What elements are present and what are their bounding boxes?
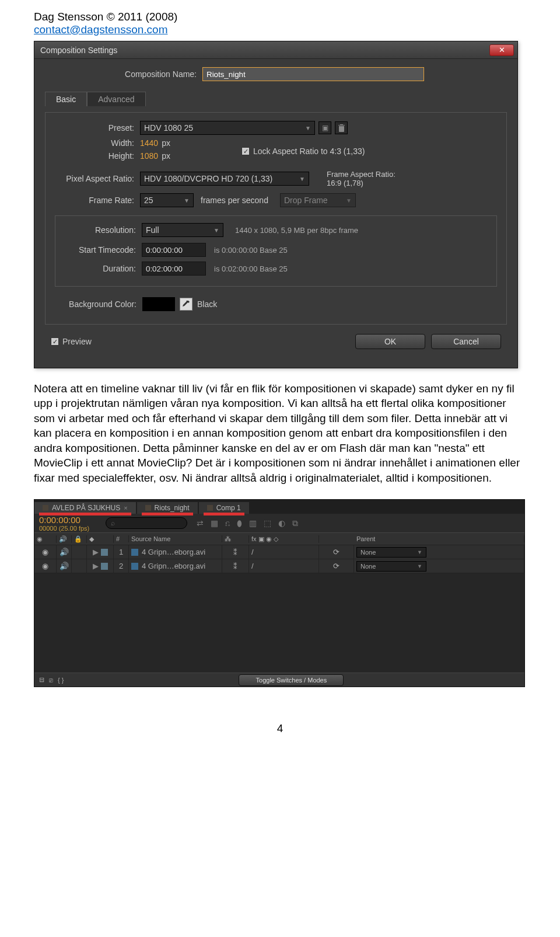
tl-icon[interactable]: ⧉	[292, 518, 298, 528]
tl-icon[interactable]: ⬚	[264, 518, 271, 528]
switch-cell[interactable]: ⁑	[222, 545, 249, 559]
parent-dropdown[interactable]: None▼	[356, 547, 426, 558]
col-switches: ⁂	[222, 535, 249, 543]
cancel-button[interactable]: Cancel	[431, 334, 501, 349]
comp-icon	[207, 505, 213, 511]
timeline-tab-label: AVLED PÅ SJUKHUS	[52, 504, 120, 512]
par-dropdown[interactable]: HDV 1080/DVCPRO HD 720 (1,33) ▼	[140, 172, 309, 186]
par-label: Pixel Aspect Ratio:	[55, 174, 140, 183]
timeline-row[interactable]: ◉🔊▶14 Gripn…eborg.avi⁑ / ⟳None▼	[34, 545, 524, 559]
chevron-down-icon: ▼	[299, 176, 305, 182]
par-value: HDV 1080/DVCPRO HD 720 (1,33)	[144, 174, 272, 183]
timeline-tab-label: Riots_night	[155, 504, 190, 512]
timeline-panel: AVLED PÅ SJUKHUS × Riots_night Comp 1 0:…	[34, 499, 525, 687]
red-underline	[39, 513, 131, 515]
preview-label: Preview	[62, 337, 92, 346]
tab-advanced[interactable]: Advanced	[87, 92, 145, 106]
width-label: Width:	[55, 138, 140, 148]
tl-icon[interactable]: ⇄	[197, 518, 204, 528]
timeline-row[interactable]: ◉🔊▶24 Gripn…eborg.avi⁑ / ⟳None▼	[34, 559, 524, 573]
col-label: ◆	[87, 535, 114, 543]
preset-label: Preset:	[55, 123, 140, 133]
link-icon[interactable]: ⟳	[319, 545, 354, 559]
bg-color-name: Black	[197, 299, 217, 309]
composition-settings-dialog: Composition Settings ✕ Composition Name:…	[34, 41, 518, 368]
red-underline	[142, 513, 193, 515]
timeline-tab-1[interactable]: Riots_night	[137, 502, 198, 514]
fx-cell[interactable]: /	[249, 545, 319, 559]
layer-name[interactable]: 4 Gripn…eborg.avi	[129, 545, 222, 559]
dur-input[interactable]	[142, 262, 206, 276]
chevron-down-icon: ▼	[305, 125, 311, 131]
fr-suffix: frames per second	[201, 196, 268, 205]
lock-aspect-checkbox[interactable]: ✓	[242, 147, 250, 155]
layer-name[interactable]: 4 Gripn…eborg.avi	[129, 559, 222, 573]
close-button[interactable]: ✕	[489, 44, 514, 56]
eyedropper-icon[interactable]	[180, 298, 192, 311]
twirl-icon[interactable]: ▶	[87, 545, 114, 559]
timeline-tab-2[interactable]: Comp 1	[199, 502, 249, 514]
preset-dropdown[interactable]: HDV 1080 25 ▼	[140, 121, 315, 135]
fr-dropdown[interactable]: 25 ▼	[140, 193, 194, 207]
chevron-down-icon: ▼	[214, 227, 219, 234]
twirl-icon[interactable]: ▶	[87, 559, 114, 573]
comp-name-input[interactable]	[202, 67, 424, 81]
ok-button[interactable]: OK	[355, 334, 425, 349]
eye-toggle[interactable]: ◉	[34, 559, 57, 573]
layer-index: 2	[114, 559, 129, 573]
current-timecode[interactable]: 0:00:00:00	[39, 515, 89, 525]
col-source: Source Name	[129, 535, 222, 542]
stc-input[interactable]	[142, 243, 206, 257]
audio-toggle[interactable]: 🔊	[57, 545, 72, 559]
close-icon: ✕	[499, 46, 505, 54]
body-paragraph: Notera att en timeline vaknar till liv (…	[34, 381, 526, 485]
width-value[interactable]: 1440	[140, 138, 158, 148]
height-value[interactable]: 1080	[140, 151, 158, 161]
eye-toggle[interactable]: ◉	[34, 545, 57, 559]
stc-label: Start Timecode:	[64, 245, 142, 255]
tl-icon[interactable]: ▥	[249, 518, 257, 528]
dropframe-dropdown: Drop Frame ▼	[280, 193, 356, 207]
dur-label: Duration:	[64, 264, 142, 273]
tl-foot-icon[interactable]: ⎚	[49, 677, 53, 684]
contact-email[interactable]: contact@dagstensson.com	[34, 23, 167, 36]
tl-icon[interactable]: ◐	[278, 518, 285, 528]
tl-icon[interactable]: ▦	[211, 518, 218, 528]
col-num: #	[114, 535, 129, 542]
comp-icon	[43, 505, 48, 511]
tl-foot-icon[interactable]: ⊟	[39, 676, 44, 684]
fps-display: 00000 (25.00 fps)	[39, 525, 89, 532]
save-preset-icon[interactable]: ▣	[318, 121, 331, 134]
lock-aspect-label: Lock Aspect Ratio to 4:3 (1,33)	[253, 147, 365, 156]
switch-cell[interactable]: ⁑	[222, 559, 249, 573]
dialog-title: Composition Settings	[40, 46, 117, 55]
preview-checkbox[interactable]: ✓	[51, 337, 59, 346]
dur-info: is 0:02:00:00 Base 25	[214, 264, 288, 273]
timeline-tab-0[interactable]: AVLED PÅ SJUKHUS ×	[34, 502, 136, 514]
link-icon[interactable]: ⟳	[319, 559, 354, 573]
tl-foot-icon[interactable]: { }	[58, 677, 64, 684]
res-dropdown[interactable]: Full ▼	[142, 223, 223, 237]
height-unit: px	[162, 151, 170, 161]
timeline-empty-area[interactable]	[34, 573, 524, 673]
preset-value: HDV 1080 25	[144, 123, 193, 133]
search-icon: ⌕	[111, 519, 115, 527]
chevron-down-icon: ▼	[184, 197, 190, 204]
fx-cell[interactable]: /	[249, 559, 319, 573]
timeline-search[interactable]: ⌕	[106, 517, 187, 529]
timeline-tab-label: Comp 1	[216, 504, 241, 512]
toggle-switches-button[interactable]: Toggle Switches / Modes	[239, 674, 344, 686]
audio-toggle[interactable]: 🔊	[57, 559, 72, 573]
fr-label: Frame Rate:	[55, 196, 140, 205]
close-tab-icon[interactable]: ×	[124, 504, 127, 511]
parent-dropdown[interactable]: None▼	[356, 561, 426, 572]
col-lock: 🔒	[72, 535, 87, 543]
res-info: 1440 x 1080, 5,9 MB per 8bpc frame	[235, 226, 358, 235]
bg-color-swatch[interactable]	[142, 297, 175, 311]
delete-preset-icon[interactable]	[335, 121, 348, 134]
tl-icon[interactable]: ⬮	[237, 518, 242, 528]
tl-icon[interactable]: ⎌	[225, 518, 230, 528]
tab-basic[interactable]: Basic	[45, 92, 87, 106]
chevron-down-icon: ▼	[346, 197, 352, 204]
width-unit: px	[162, 138, 170, 148]
